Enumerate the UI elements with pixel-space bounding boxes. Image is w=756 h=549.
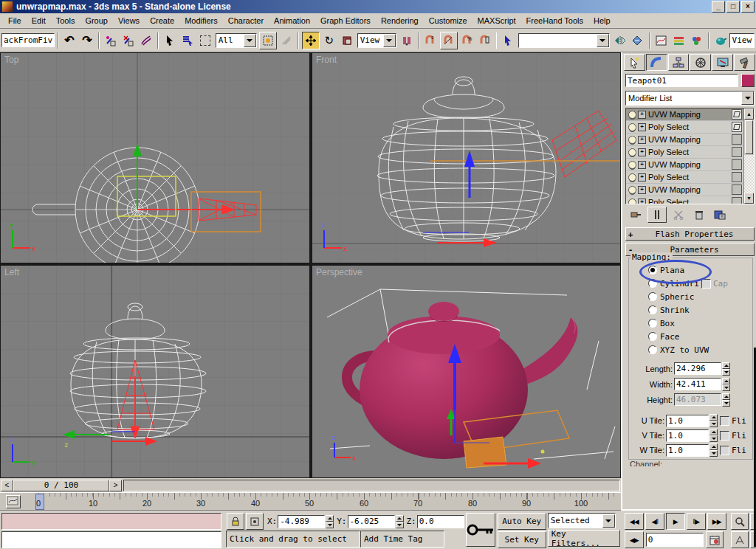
unlink-selection-icon[interactable] [120,32,137,49]
field-of-view-button[interactable] [731,531,749,548]
make-unique-button[interactable] [670,207,687,222]
modifier-button-icon[interactable] [732,184,742,195]
bind-to-space-warp-icon[interactable] [138,32,154,49]
x-coordinate-input[interactable]: -4.989 [278,515,325,528]
auto-key-button[interactable]: Auto Key [498,513,546,530]
menu-animation[interactable]: Animation [269,15,315,27]
radio-icon[interactable] [648,266,657,274]
current-frame-input[interactable]: 0 [646,533,704,547]
menu-tools[interactable]: Tools [51,15,80,27]
chevron-down-icon[interactable] [741,92,754,105]
rollout-flash-properties[interactable]: + Flash Properties [625,227,755,241]
spinner-snap-toggle-button[interactable] [477,32,493,49]
use-pivot-point-button[interactable] [399,32,415,49]
w-tile-input[interactable]: 1.0 [666,444,709,457]
menu-maxscript[interactable]: MAXScript [472,15,521,27]
modifier-button-icon[interactable] [732,172,742,182]
expand-icon[interactable]: + [638,111,646,119]
stack-row-label[interactable]: Poly Select [648,148,732,156]
mapping-option-xyz-to-uvw[interactable]: XYZ to UVW [629,343,752,356]
viewport-front-label[interactable]: Front [316,55,337,65]
mapping-option-face[interactable]: Face [629,330,752,343]
keyboard-shortcut-override-toggle[interactable] [500,32,516,49]
z-coordinate-input[interactable]: 0.0 [417,515,464,528]
select-and-link-icon[interactable] [103,32,119,49]
menu-modifiers[interactable]: Modifiers [179,15,223,27]
modifier-enable-bulb-icon[interactable] [628,136,636,144]
key-mode-toggle[interactable]: ◀▶ [625,531,644,548]
menu-help[interactable]: Help [588,15,616,27]
go-to-end-button[interactable]: ▶▶ [707,513,726,530]
viewport-top-label[interactable]: Top [4,55,18,65]
radio-icon[interactable] [648,292,657,301]
menu-rendering[interactable]: Rendering [376,15,424,27]
listener-field[interactable] [1,531,221,548]
stack-row-label[interactable]: UVW Mapping [648,135,732,144]
viewport-top[interactable]: Top [1,53,309,263]
open-mini-curve-editor-button[interactable] [6,495,21,508]
mapping-option-cylindrical[interactable]: Cylindri Cap [629,277,752,290]
width-spinner[interactable] [722,378,730,391]
chevron-down-icon[interactable] [597,34,609,47]
time-slider-prev-button[interactable]: < [1,480,13,491]
menu-views[interactable]: Views [113,15,145,27]
expand-icon[interactable]: + [638,148,646,156]
radio-icon[interactable] [648,279,657,288]
tab-create[interactable] [624,54,645,71]
modifier-enable-bulb-icon[interactable] [628,173,636,182]
stack-row-label[interactable]: Poly Select [648,198,732,204]
next-frame-button[interactable]: ‖▶ [687,513,706,530]
play-button[interactable]: ▶ [666,513,685,530]
viewport-left[interactable]: Left [1,266,309,477]
v-tile-input[interactable]: 1.0 [666,429,709,442]
remove-modifier-button[interactable] [690,207,708,222]
key-icon-button[interactable] [466,513,495,547]
radio-icon[interactable] [648,319,657,328]
select-object-button[interactable] [162,32,178,49]
modifier-enable-bulb-icon[interactable] [628,186,636,194]
radio-icon[interactable] [648,345,657,354]
snap-toggle-3d-button[interactable]: 3 [422,32,439,49]
time-configuration-button[interactable] [706,531,724,548]
length-spinner[interactable] [722,362,730,376]
select-by-name-button[interactable] [179,32,196,49]
scroll-up-button[interactable]: ▲ [744,108,754,120]
tab-utilities[interactable] [734,54,755,71]
mirror-button[interactable] [612,32,628,49]
stack-row[interactable]: + UVW Mapping [626,184,743,196]
menu-create[interactable]: Create [145,15,179,27]
expand-icon[interactable]: + [638,123,646,131]
object-color-swatch[interactable] [741,74,755,87]
scroll-track[interactable] [744,155,754,193]
height-spinner[interactable] [722,393,730,407]
named-selection-input[interactable]: ackFromFiv [1,33,55,47]
x-spinner[interactable] [326,515,334,528]
stack-row[interactable]: + Poly Select [626,196,743,204]
stack-row[interactable]: + Poly Select [626,146,743,159]
modifier-button-icon[interactable] [732,159,742,170]
radio-icon[interactable] [648,305,657,314]
track-bar[interactable]: 0 10 20 30 40 50 60 70 80 90 100 [0,492,621,511]
w-tile-spinner[interactable] [709,443,718,457]
zoom-button[interactable] [731,513,749,530]
menu-customize[interactable]: Customize [424,15,472,27]
named-selection-sets-dropdown[interactable] [518,33,610,48]
previous-frame-button[interactable]: ◀‖ [645,513,664,530]
show-end-result-button[interactable] [647,207,667,223]
w-flip-checkbox[interactable] [720,446,729,455]
set-key-button[interactable]: Set Key [498,531,546,548]
mapping-option-spherical[interactable]: Spheric [629,290,752,303]
modifier-button-icon[interactable] [732,147,742,157]
stack-row-label[interactable]: UVW Mapping [648,110,732,119]
stack-scrollbar[interactable]: ▲ ▼ [743,108,754,204]
modifier-enable-bulb-icon[interactable] [628,123,636,131]
snap-disabled-icon[interactable] [278,32,295,49]
configure-modifier-sets-button[interactable] [711,207,729,222]
chevron-down-icon[interactable] [383,34,396,47]
selected-filter-dropdown[interactable]: Selected [548,513,616,528]
radio-icon[interactable] [648,332,657,341]
stack-row-label[interactable]: UVW Mapping [648,185,732,194]
mapping-option-shrink-wrap[interactable]: Shrink [629,303,752,317]
scroll-down-button[interactable]: ▼ [744,193,754,204]
u-flip-checkbox[interactable] [720,416,729,426]
